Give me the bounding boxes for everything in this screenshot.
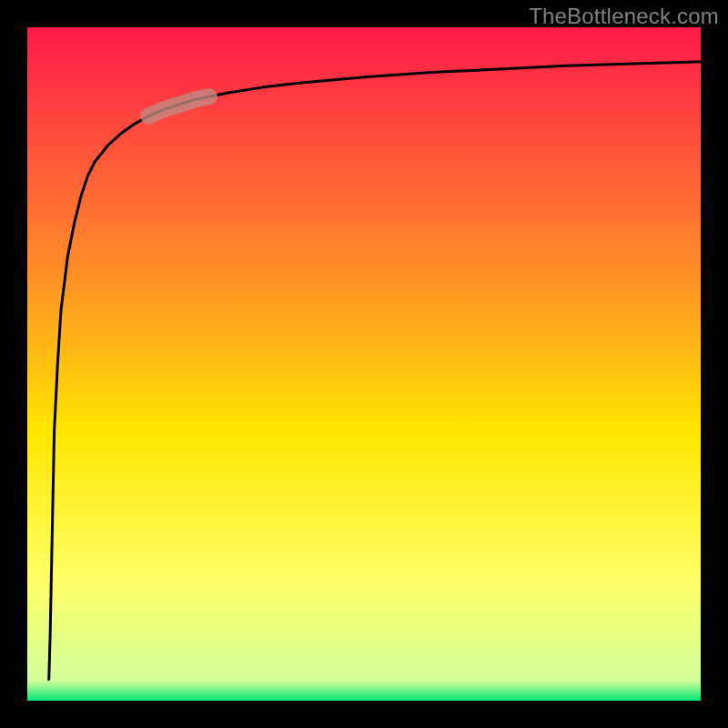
attribution-text: TheBottleneck.com xyxy=(529,4,719,29)
chart-canvas xyxy=(0,0,728,728)
